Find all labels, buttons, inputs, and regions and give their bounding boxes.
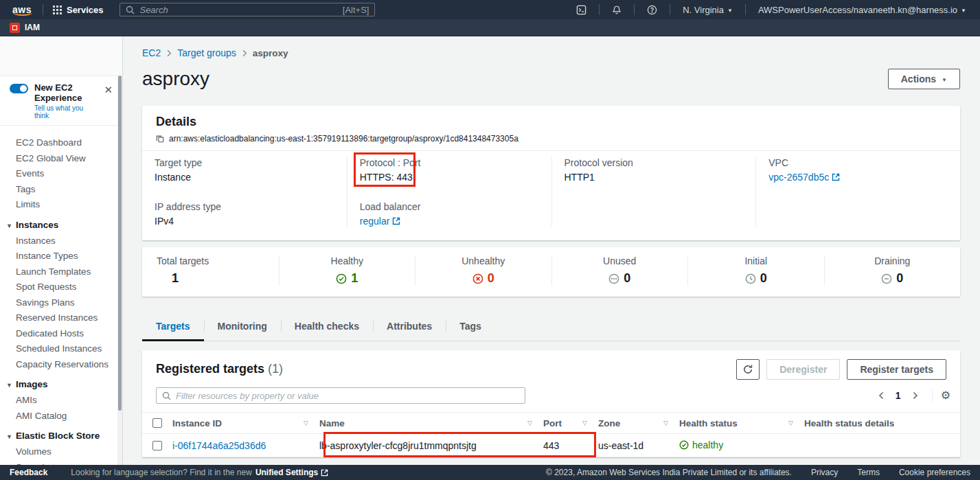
sidebar-item-amis[interactable]: AMIs	[0, 393, 122, 409]
aws-logo[interactable]: aws	[7, 4, 37, 15]
breadcrumb-ec2[interactable]: EC2	[142, 47, 161, 58]
sidebar-item-ec2-global-view[interactable]: EC2 Global View	[0, 151, 122, 167]
sidebar-item-launch-templates[interactable]: Launch Templates	[0, 264, 122, 280]
sidebar-item-instance-types[interactable]: Instance Types	[0, 249, 122, 264]
chevron-down-icon: ▼	[6, 382, 12, 389]
account-label: AWSPowerUserAccess/navaneeth.kn@harness.…	[758, 5, 957, 15]
sidebar-item-snapshots[interactable]: Snapshots	[0, 460, 122, 466]
tab-tags[interactable]: Tags	[446, 314, 495, 341]
sidebar-item-ec2-dashboard[interactable]: EC2 Dashboard	[0, 135, 122, 151]
col-health-status: Health status	[679, 418, 738, 428]
vpc-link[interactable]: vpc-2657db5c	[768, 172, 840, 183]
sidebar-item-capacity-reservations[interactable]: Capacity Reservations	[0, 357, 122, 373]
sidebar-item-spot-requests[interactable]: Spot Requests	[0, 279, 122, 295]
sidebar-section-instances[interactable]: ▼Instances	[0, 213, 122, 233]
favorite-iam-link[interactable]: IAM	[25, 23, 40, 32]
field-label: Load balancer	[360, 201, 539, 212]
sidebar-item-events[interactable]: Events	[0, 166, 122, 182]
filter-triangle-icon[interactable]: ▽	[663, 420, 668, 426]
refresh-button[interactable]	[736, 359, 760, 380]
sidebar-item-volumes[interactable]: Volumes	[0, 444, 122, 460]
initial-clock-icon	[745, 273, 756, 284]
account-menu[interactable]: AWSPowerUserAccess/navaneeth.kn@harness.…	[751, 5, 973, 15]
instance-id-link[interactable]: i-06f1744a6a25d36d6	[172, 440, 266, 451]
feedback-button[interactable]: Feedback	[10, 468, 47, 477]
scrollbar-thumb[interactable]	[118, 76, 122, 411]
sidebar-scrollbar[interactable]	[117, 76, 122, 465]
health-summary-card: Total targets 1 Healthy 1 Unhealthy 0 Un…	[142, 247, 960, 297]
sidebar-section-ebs[interactable]: ▼Elastic Block Store	[0, 424, 122, 444]
services-grid-icon	[53, 5, 62, 14]
deregister-button[interactable]: Deregister	[766, 359, 840, 380]
row-checkbox[interactable]	[152, 441, 162, 450]
target-type-value: Instance	[155, 172, 334, 183]
chevron-down-icon: ▼	[6, 433, 12, 440]
table-settings-gear-icon[interactable]: ⚙	[941, 390, 950, 401]
table-header-row: Instance ID▽ Name▽ Port▽ Zone▽ Health st…	[142, 413, 960, 434]
breadcrumb-current: asproxy	[253, 48, 288, 58]
notifications-bell-button[interactable]	[605, 5, 628, 15]
sidebar-section-images[interactable]: ▼Images	[0, 372, 122, 393]
divider	[932, 389, 933, 402]
tab-monitoring[interactable]: Monitoring	[204, 314, 281, 341]
targets-table: Instance ID▽ Name▽ Port▽ Zone▽ Health st…	[142, 412, 960, 457]
select-all-checkbox[interactable]	[152, 418, 162, 428]
register-targets-button[interactable]: Register targets	[847, 359, 946, 380]
privacy-link[interactable]: Privacy	[811, 468, 838, 477]
filter-input[interactable]: Filter resources by property or value	[156, 387, 525, 404]
search-icon	[162, 391, 171, 400]
copy-icon[interactable]	[156, 135, 164, 143]
terms-link[interactable]: Terms	[857, 468, 880, 477]
page-number[interactable]: 1	[893, 390, 904, 401]
next-page-button[interactable]	[907, 390, 924, 401]
search-placeholder: Search	[139, 5, 337, 15]
stat-draining: Draining 0	[824, 255, 961, 286]
details-card: Details arn:aws:elasticloadbalancing:us-…	[142, 106, 960, 240]
divider	[599, 4, 600, 15]
filter-triangle-icon[interactable]: ▽	[582, 420, 587, 426]
previous-page-button[interactable]	[873, 390, 890, 401]
divider	[670, 4, 670, 15]
breadcrumb-target-groups[interactable]: Target groups	[177, 47, 236, 58]
external-link-icon	[832, 173, 840, 181]
filter-triangle-icon[interactable]: ▽	[788, 420, 793, 426]
new-ec2-experience-toggle[interactable]	[10, 84, 28, 93]
chevron-down-icon: ▼	[961, 8, 966, 14]
tab-targets[interactable]: Targets	[142, 314, 204, 341]
filter-triangle-icon[interactable]: ▽	[304, 420, 308, 426]
unified-settings-link[interactable]: Unified Settings	[255, 468, 328, 477]
sidebar: New EC2 Experience Tell us what you thin…	[0, 36, 123, 465]
sidebar-item-ami-catalog[interactable]: AMI Catalog	[0, 409, 122, 424]
external-link-icon	[321, 469, 328, 477]
sidebar-nav: EC2 Dashboard EC2 Global View Events Tag…	[0, 126, 122, 465]
sidebar-item-tags[interactable]: Tags	[0, 182, 122, 198]
target-port-cell: 443	[543, 440, 598, 451]
details-column-3: Protocol version HTTP1	[551, 157, 756, 227]
stat-unhealthy: Unhealthy 0	[415, 255, 551, 286]
close-icon[interactable]: ✕	[101, 82, 115, 98]
cloudshell-button[interactable]	[569, 5, 593, 15]
global-search-input[interactable]: Search [Alt+S]	[119, 3, 375, 16]
services-menu-button[interactable]: Services	[49, 5, 108, 15]
sidebar-item-dedicated-hosts[interactable]: Dedicated Hosts	[0, 326, 122, 342]
sidebar-item-savings-plans[interactable]: Savings Plans	[0, 295, 122, 311]
sidebar-item-reserved-instances[interactable]: Reserved Instances	[0, 310, 122, 326]
field-label: IP address type	[155, 201, 334, 212]
sidebar-item-scheduled-instances[interactable]: Scheduled Instances	[0, 341, 122, 357]
tab-health-checks[interactable]: Health checks	[281, 314, 373, 341]
load-balancer-link[interactable]: regular	[360, 216, 401, 227]
actions-button[interactable]: Actions ▼	[888, 69, 960, 89]
tab-attributes[interactable]: Attributes	[373, 314, 446, 341]
toggle-title: New EC2 Experience	[34, 82, 95, 103]
col-zone: Zone	[598, 418, 620, 428]
tell-us-link[interactable]: Tell us what you think	[34, 104, 95, 119]
region-selector[interactable]: N. Virginia ▼	[676, 5, 740, 15]
help-button[interactable]	[640, 5, 664, 15]
cookie-preferences-link[interactable]: Cookie preferences	[899, 468, 970, 477]
health-status-cell: healthy	[679, 439, 723, 450]
sidebar-top-spacer	[0, 36, 122, 76]
col-instance-id: Instance ID	[172, 418, 222, 428]
sidebar-item-instances[interactable]: Instances	[0, 233, 122, 249]
sidebar-item-limits[interactable]: Limits	[0, 197, 122, 213]
filter-triangle-icon[interactable]: ▽	[527, 420, 532, 426]
